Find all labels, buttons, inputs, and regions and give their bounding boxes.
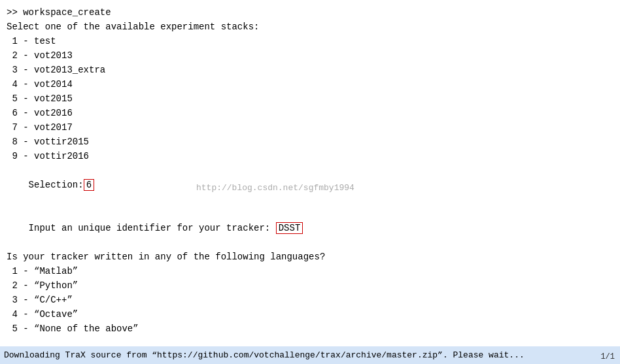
- downloading-text: Downloading TraX source from “https://gi…: [4, 350, 525, 360]
- stack-header: Select one of the available experiment s…: [7, 20, 613, 34]
- option-7: 7 - vot2017: [7, 120, 613, 135]
- option-4: 4 - vot2014: [7, 77, 613, 91]
- option-6: 6 - vot2016: [7, 106, 613, 120]
- option-1: 1 - test: [7, 34, 613, 48]
- language-header: Is your tracker written in any of the fo…: [7, 250, 613, 264]
- prompt-line: >> workspace_create: [7, 5, 613, 20]
- lang-2: 2 - “Python”: [7, 278, 613, 293]
- option-9: 9 - vottir2016: [7, 149, 613, 163]
- bottom-bar: Downloading TraX source from “https://gi…: [0, 346, 620, 364]
- lang-5: 5 - “None of the above”: [7, 322, 613, 336]
- tracker-line: Input an unique identifier for your trac…: [7, 207, 613, 250]
- selection-label: Selection:: [29, 180, 84, 190]
- option-5: 5 - vot2015: [7, 91, 613, 106]
- selection-input[interactable]: 6: [84, 179, 94, 191]
- lang-3: 3 - “C/C++”: [7, 293, 613, 307]
- lang-1: 1 - “Matlab”: [7, 264, 613, 278]
- tracker-label: Input an unique identifier for your trac…: [29, 223, 271, 233]
- terminal-window: >> workspace_create Select one of the av…: [0, 0, 620, 364]
- option-8: 8 - vottir2015: [7, 135, 613, 149]
- page-number: 1/1: [600, 352, 615, 361]
- option-3: 3 - vot2013_extra: [7, 63, 613, 77]
- lang-4: 4 - “Octave”: [7, 307, 613, 322]
- option-2: 2 - vot2013: [7, 48, 613, 63]
- watermark: http://blog.csdn.net/sgfmby1994: [196, 183, 354, 193]
- tracker-input[interactable]: DSST: [276, 222, 303, 234]
